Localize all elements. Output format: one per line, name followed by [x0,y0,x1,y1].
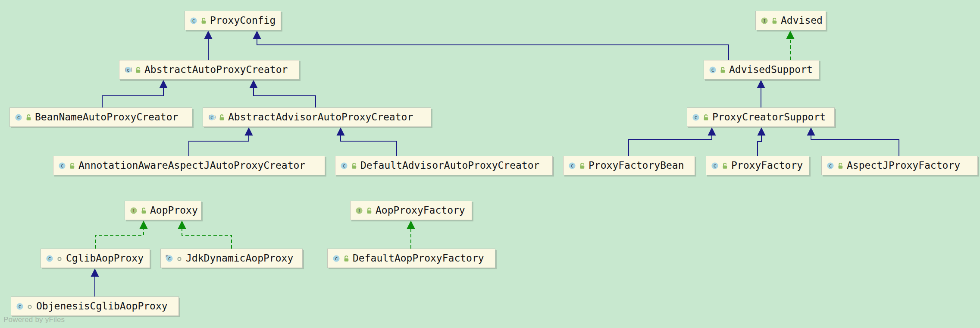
svg-text:c: c [168,255,171,262]
arrowhead [407,221,415,229]
class-node-annotationawareaspectjautoproxycreator[interactable]: cAnnotationAwareAspectJAutoProxyCreator [53,156,325,175]
abstract-class-icon: c() [124,66,132,74]
arrowhead [204,31,213,39]
class-node-abstractadvisorautoproxycreator[interactable]: c()AbstractAdvisorAutoProxyCreator [203,107,431,127]
public-lock-icon [343,255,350,262]
arrowhead [757,80,765,88]
public-lock-icon [135,66,141,73]
inheritance-edge-proxyfactorybean-to-proxycreatorsupport[interactable] [629,135,712,156]
inheritance-edge-abstractadvisorautoproxycreator-to-abstractautoproxycreator[interactable] [254,87,316,107]
class-name-label: AopProxyFactory [376,205,465,215]
svg-text:c: c [571,163,574,169]
svg-text:c: c [192,18,195,24]
inheritance-edge-defaultadvisorautoproxycreator-to-abstractadvisorautoproxycreator[interactable] [341,135,397,156]
arrowhead [178,221,186,229]
public-lock-icon [200,17,207,24]
class-node-proxyfactory[interactable]: cProxyFactory [706,156,809,175]
class-name-label: ProxyFactoryBean [589,161,684,170]
class-node-aopproxyfactory[interactable]: IAopProxyFactory [350,201,472,220]
inheritance-edge-beannameautoproxycreator-to-abstractautoproxycreator[interactable] [102,87,163,107]
svg-text:): ) [213,114,216,120]
arrowhead [807,127,815,136]
inheritance-edge-annotationawareaspectjautoproxycreator-to-abstractadvisorautoproxycreator[interactable] [189,135,249,156]
arrowhead [253,31,261,39]
class-node-beannameautoproxycreator[interactable]: cBeanNameAutoProxyCreator [9,107,192,127]
public-lock-icon [351,162,357,169]
class-node-objenesiscglibaopproxy[interactable]: cObjenesisCglibAopProxy [11,296,179,316]
class-icon: c [15,114,22,121]
class-name-label: AdvisedSupport [729,65,813,75]
interface-icon: I [761,17,768,25]
class-name-label: Advised [781,16,823,25]
diagram-canvas: Powered by yFiles cProxyConfigIAdvisedc(… [0,0,980,328]
inheritance-edge-proxyfactory-to-proxycreatorsupport[interactable] [758,135,761,156]
class-icon: c [46,255,53,262]
class-node-advisedsupport[interactable]: cAdvisedSupport [704,60,819,79]
class-name-label: AbstractAutoProxyCreator [144,65,288,75]
svg-text:c: c [695,114,698,120]
public-lock-icon [722,162,728,169]
class-node-proxycreatorsupport[interactable]: cProxyCreatorSupport [687,107,835,127]
class-node-defaultaopproxyfactory[interactable]: cDefaultAopProxyFactory [327,249,495,268]
svg-text:c: c [17,114,20,120]
package-private-icon [56,255,63,262]
interface-icon: I [130,207,138,214]
svg-text:c: c [343,163,346,169]
class-node-defaultadvisorautoproxycreator[interactable]: cDefaultAdvisorAutoProxyCreator [335,156,553,175]
class-icon: c [332,255,340,262]
svg-text:I: I [358,208,361,214]
abstract-class-icon: c() [208,114,216,121]
class-node-cglibaopproxy[interactable]: cCglibAopProxy [41,249,150,268]
class-node-proxyconfig[interactable]: cProxyConfig [185,11,281,30]
class-node-proxyfactorybean[interactable]: cProxyFactoryBean [563,156,695,175]
package-private-icon [176,255,183,262]
class-icon: c [692,114,700,121]
class-icon: c [166,255,173,262]
arrowhead [160,80,168,88]
class-node-jdkdynamicaopproxy[interactable]: cJdkDynamicAopProxy [160,249,303,268]
class-icon: c [190,17,197,25]
svg-text:c: c [335,255,338,262]
public-lock-icon [720,66,726,73]
class-name-label: ObjenesisCglibAopProxy [36,301,168,311]
arrowhead [708,127,716,136]
svg-text:c: c [829,163,832,169]
arrowhead [140,221,148,229]
svg-text:I: I [132,208,135,214]
realization-edge-cglibaopproxy-to-aopproxy[interactable] [95,228,144,249]
class-node-abstractautoproxycreator[interactable]: c()AbstractAutoProxyCreator [119,60,299,79]
class-icon: c [711,162,719,170]
inheritance-edge-advisedsupport-to-proxyconfig[interactable] [257,38,729,60]
class-node-aspectjproxyfactory[interactable]: cAspectJProxyFactory [821,156,978,175]
class-node-advised[interactable]: IAdvised [755,11,826,30]
arrowhead [250,80,258,88]
class-name-label: ProxyFactory [731,161,803,170]
svg-text:(: ( [124,67,127,73]
class-name-label: AopProxy [150,205,198,215]
class-name-label: AspectJProxyFactory [847,161,960,170]
yfiles-watermark: Powered by yFiles [3,315,65,324]
public-lock-icon [771,17,778,24]
class-icon: c [16,303,24,310]
class-name-label: DefaultAdvisorAutoProxyCreator [360,161,539,170]
public-lock-icon [837,162,844,169]
public-lock-icon [25,114,32,121]
svg-text:c: c [711,67,714,73]
public-lock-icon [141,207,147,214]
arrowhead [786,31,795,39]
arrowhead [245,127,253,136]
interface-icon: I [355,207,363,214]
class-icon: c [568,162,576,170]
class-name-label: JdkDynamicAopProxy [186,253,293,263]
realization-edge-jdkdynamicaopproxy-to-aopproxy[interactable] [182,228,232,249]
public-lock-icon [219,114,225,121]
inheritance-edge-aspectjproxyfactory-to-proxycreatorsupport[interactable] [811,135,899,156]
class-node-aopproxy[interactable]: IAopProxy [125,201,201,220]
class-name-label: ProxyCreatorSupport [712,112,826,122]
class-name-label: BeanNameAutoProxyCreator [35,112,178,122]
package-private-icon [27,303,33,310]
public-lock-icon [366,207,373,214]
class-name-label: DefaultAopProxyFactory [353,253,484,263]
class-icon: c [709,66,717,74]
arrowhead [337,127,345,136]
